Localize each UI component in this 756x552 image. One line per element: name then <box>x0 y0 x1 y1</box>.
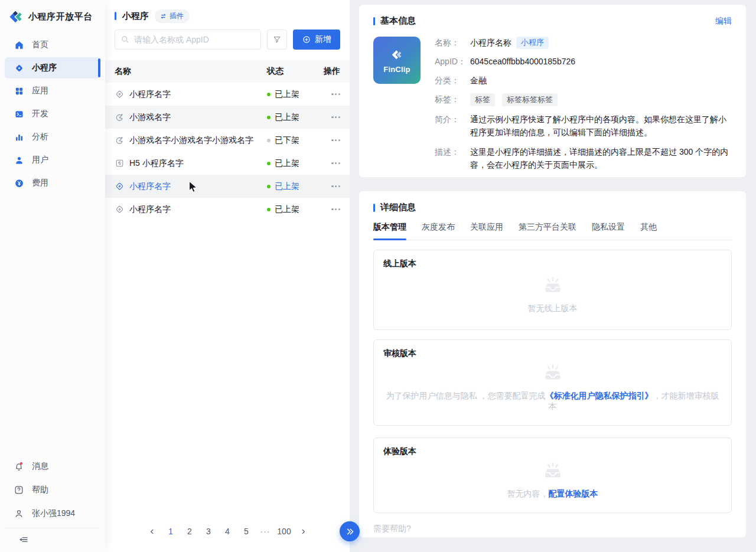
finclip-mark-icon <box>388 47 406 64</box>
expand-panel-button[interactable] <box>340 521 360 541</box>
sidebar: 小程序开放平台 首页 小程序 应用 <box>0 0 105 552</box>
online-version-section: 线上版本 暂无线上版本 <box>373 250 732 330</box>
table-row[interactable]: 小游戏名字小游戏名字小游戏名字 已下架 <box>105 129 350 152</box>
plugin-toggle[interactable]: 插件 <box>155 9 190 23</box>
table-row-selected[interactable]: 小程序名字 已上架 <box>105 175 350 198</box>
bar-chart-icon <box>14 132 24 142</box>
table-row[interactable]: 小程序名字 已上架 <box>105 198 350 221</box>
edit-link[interactable]: 编辑 <box>715 16 732 27</box>
tab-linked-apps[interactable]: 关联应用 <box>470 222 503 240</box>
sidebar-item-label: 小程序 <box>32 63 57 73</box>
sidebar-item-home[interactable]: 首页 <box>5 34 100 55</box>
app-root: 小程序开放平台 首页 小程序 应用 <box>0 0 756 552</box>
sidebar-bottom: 消息 帮助 张小强1994 <box>0 456 105 552</box>
sidebar-item-billing[interactable]: 费用 <box>5 172 100 194</box>
sidebar-item-help[interactable]: 帮助 <box>5 479 100 501</box>
table-row[interactable]: 小程序名字 已上架 <box>105 83 350 106</box>
miniapp-icon <box>115 89 125 99</box>
funnel-icon <box>272 35 282 44</box>
sidebar-item-label: 消息 <box>32 461 48 472</box>
empty-inbox-icon <box>540 364 565 384</box>
yuan-coin-icon <box>14 178 24 188</box>
apps-grid-icon <box>14 86 24 96</box>
empty-inbox-icon <box>540 462 565 482</box>
tag-chip: 标签标签标签 <box>502 93 558 106</box>
trial-version-section: 体验版本 暂无内容，配置体验版本 <box>373 437 732 513</box>
add-button[interactable]: 新增 <box>293 30 340 50</box>
table-row[interactable]: H5 小程序名字 已上架 <box>105 152 350 175</box>
header-name: 名称 <box>115 66 267 77</box>
plugin-toggle-label: 插件 <box>170 11 184 21</box>
row-name: 小游戏名字 <box>129 112 171 123</box>
config-trial-link[interactable]: 配置体验版本 <box>549 489 598 498</box>
status-dot <box>267 93 271 96</box>
more-actions-icon[interactable] <box>331 183 340 190</box>
brand-logo[interactable]: 小程序开放平台 <box>0 0 105 34</box>
bell-icon <box>14 461 24 472</box>
more-actions-icon[interactable] <box>331 114 340 120</box>
sidebar-item-apps[interactable]: 应用 <box>5 80 100 102</box>
basic-info-title: 基本信息 <box>380 15 416 27</box>
list-panel-title: 小程序 <box>122 11 149 22</box>
field-desc: 描述： 这里是小程序的详细描述，详细描述的内容上限是不超过 300 个字的内容，… <box>435 145 732 171</box>
add-button-label: 新增 <box>315 34 331 45</box>
row-name: 小程序名字 <box>129 204 171 215</box>
minigame-icon <box>115 112 125 122</box>
tab-other[interactable]: 其他 <box>640 222 657 240</box>
page-ellipsis[interactable]: ··· <box>258 524 273 539</box>
page-number[interactable]: 4 <box>220 524 235 539</box>
search-input[interactable] <box>115 30 261 50</box>
sidebar-item-analytics[interactable]: 分析 <box>5 126 100 148</box>
sidebar-item-label: 费用 <box>32 178 48 188</box>
miniapp-icon <box>115 181 125 191</box>
desc-value: 这里是小程序的详细描述，详细描述的内容上限是不超过 300 个字的内容，会在小程… <box>470 145 732 171</box>
privacy-guide-link[interactable]: 《标准化用户隐私保护指引》 <box>545 391 653 400</box>
page-number[interactable]: 3 <box>201 524 216 539</box>
tab-privacy[interactable]: 隐私设置 <box>592 222 625 240</box>
empty-text: 暂无内容， <box>507 489 549 498</box>
sidebar-item-label: 分析 <box>32 132 48 142</box>
row-name: 小程序名字 <box>129 181 171 192</box>
page-number[interactable]: 100 <box>276 524 292 539</box>
sidebar-item-account[interactable]: 张小强1994 <box>5 503 100 524</box>
section-accent-bar <box>373 204 375 212</box>
miniprogram-icon <box>14 63 24 73</box>
more-actions-icon[interactable] <box>331 91 340 97</box>
sidebar-item-label: 开发 <box>32 109 48 119</box>
tab-gray-release[interactable]: 灰度发布 <box>422 222 455 240</box>
type-badge: 小程序 <box>516 37 549 49</box>
minigame-icon <box>115 135 125 145</box>
app-name-value: 小程序名称 <box>470 37 511 49</box>
more-actions-icon[interactable] <box>331 137 340 143</box>
home-icon <box>14 40 24 50</box>
sidebar-item-miniprogram[interactable]: 小程序 <box>5 57 100 79</box>
tab-version-management[interactable]: 版本管理 <box>373 222 406 240</box>
swap-arrows-icon <box>159 12 167 20</box>
prev-page-button[interactable] <box>144 524 159 539</box>
status-label: 已上架 <box>275 112 299 123</box>
help-icon <box>14 485 24 495</box>
filter-button[interactable] <box>267 30 287 50</box>
page-number[interactable]: 1 <box>163 524 178 539</box>
sidebar-item-users[interactable]: 用户 <box>5 149 100 171</box>
user-outline-icon <box>14 508 24 519</box>
more-actions-icon[interactable] <box>331 160 340 166</box>
next-page-button[interactable] <box>295 524 311 539</box>
status-label: 已上架 <box>275 181 299 192</box>
app-logo: FinClip <box>373 37 421 84</box>
page-number[interactable]: 5 <box>239 524 254 539</box>
page-number[interactable]: 2 <box>182 524 197 539</box>
more-actions-icon[interactable] <box>331 206 340 213</box>
collapse-sidebar-button[interactable] <box>5 528 100 552</box>
status-dot <box>267 116 271 119</box>
sidebar-item-dev[interactable]: 开发 <box>5 103 100 125</box>
detail-info-title: 详细信息 <box>380 202 416 213</box>
sidebar-item-label: 用户 <box>32 155 48 165</box>
online-version-title: 线上版本 <box>383 259 722 269</box>
help-link[interactable]: 需要帮助? <box>373 524 732 534</box>
table-row[interactable]: 小游戏名字 已上架 <box>105 106 350 129</box>
sidebar-item-messages[interactable]: 消息 <box>5 456 100 477</box>
plus-circle-icon <box>302 35 311 44</box>
status-label: 已上架 <box>275 158 299 169</box>
tab-third-party[interactable]: 第三方平台关联 <box>519 222 576 240</box>
